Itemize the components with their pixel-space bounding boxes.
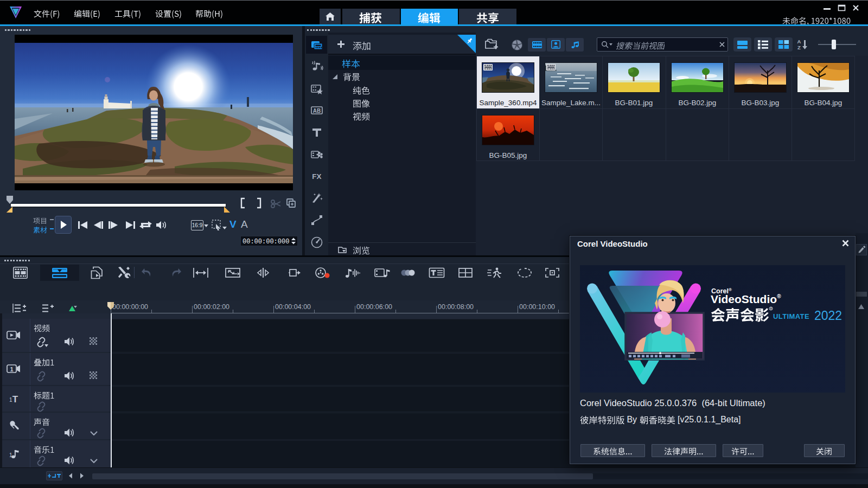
svg-text:FX: FX bbox=[312, 172, 321, 181]
svg-text:00:00:10:00: 00:00:10:00 bbox=[519, 303, 555, 311]
svg-text:00:00:02:00: 00:00:02:00 bbox=[194, 303, 229, 311]
svg-text:VideoStudio®: VideoStudio® bbox=[711, 293, 781, 305]
svg-text:00:00:08:00: 00:00:08:00 bbox=[438, 303, 474, 311]
svg-text:A: A bbox=[797, 38, 801, 44]
svg-text:00:00:04:00: 00:00:04:00 bbox=[275, 303, 311, 311]
svg-text:2022: 2022 bbox=[814, 309, 842, 323]
svg-text:Z: Z bbox=[797, 44, 801, 50]
svg-text:1: 1 bbox=[10, 366, 13, 373]
svg-text:00:00:00:00: 00:00:00:00 bbox=[112, 303, 148, 311]
svg-text:ULTIMATE: ULTIMATE bbox=[773, 312, 809, 320]
svg-text:00:00:06:00: 00:00:06:00 bbox=[356, 303, 392, 311]
svg-text:T: T bbox=[12, 394, 18, 404]
svg-text:AB: AB bbox=[313, 108, 321, 114]
